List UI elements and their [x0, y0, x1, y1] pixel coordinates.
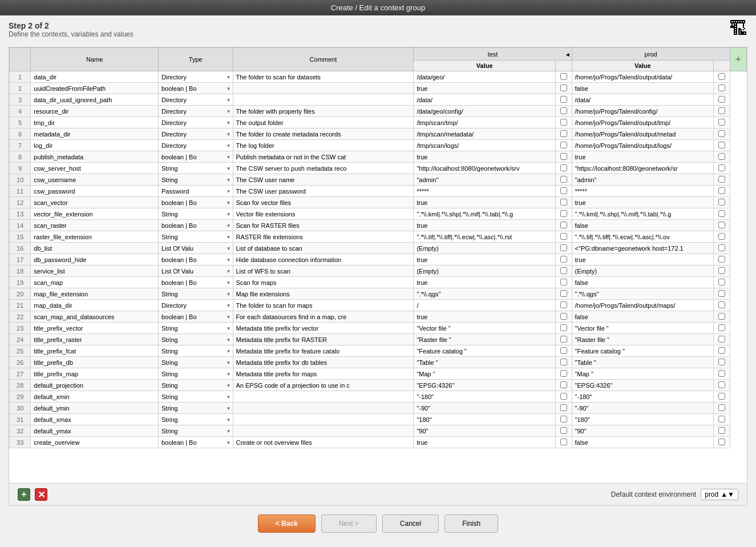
row-prod-check[interactable]	[714, 425, 730, 437]
row-name[interactable]: vector_file_extension	[31, 208, 159, 220]
row-test-value[interactable]: ".*\\.kml|.*\\.shp|.*\\.mif|.*\\.tab|.*\…	[414, 208, 556, 220]
row-prod-value[interactable]: false	[572, 311, 714, 323]
row-type[interactable]: boolean | Bo▼	[159, 277, 233, 288]
row-type[interactable]: Directory▼	[159, 106, 233, 117]
row-prod-value[interactable]: "Raster file "	[572, 334, 714, 345]
row-prod-check[interactable]	[714, 243, 730, 254]
row-name[interactable]: default_xmax	[31, 414, 159, 425]
row-name[interactable]: scan_raster	[31, 220, 159, 231]
row-name[interactable]: db_list	[31, 243, 159, 254]
row-test-check[interactable]	[555, 231, 572, 243]
row-test-value[interactable]: /tmp/scan/metadata/	[414, 128, 556, 140]
row-prod-value[interactable]: (Empty)	[572, 266, 714, 277]
row-type[interactable]: String▼	[159, 163, 233, 174]
row-type[interactable]: String▼	[159, 174, 233, 186]
row-test-value[interactable]: "90"	[414, 425, 556, 437]
row-prod-check[interactable]	[714, 357, 730, 368]
row-prod-value[interactable]: false	[572, 220, 714, 231]
row-test-check[interactable]	[555, 174, 572, 186]
row-name[interactable]: default_ymax	[31, 425, 159, 437]
row-type[interactable]: boolean | Bo▼	[159, 311, 233, 323]
row-name[interactable]: title_prefix_map	[31, 368, 159, 380]
row-prod-check[interactable]	[714, 391, 730, 403]
row-test-value[interactable]: "Feature catalog "	[414, 345, 556, 357]
row-test-value[interactable]: true	[414, 197, 556, 208]
row-prod-value[interactable]: /home/jo/Progs/Talend/config/	[572, 106, 714, 117]
row-prod-value[interactable]: /home/jo/Progs/Talend/output/metad	[572, 128, 714, 140]
row-prod-value[interactable]: true	[572, 151, 714, 163]
row-test-check[interactable]	[555, 266, 572, 277]
row-prod-check[interactable]	[714, 83, 730, 94]
row-name[interactable]: csw_username	[31, 174, 159, 186]
row-prod-value[interactable]: ".*\\.kml|.*\\.shp|.*\\.mif|.*\\.tab|.*\…	[572, 208, 714, 220]
row-name[interactable]: default_xmin	[31, 391, 159, 403]
row-prod-check[interactable]	[714, 186, 730, 197]
row-prod-value[interactable]: "-180"	[572, 391, 714, 403]
test-env-left-arrow[interactable]: ◄	[565, 51, 571, 57]
table-wrapper[interactable]: Name Type Comment test ◄ prod + Valu	[9, 47, 747, 483]
row-type[interactable]: String▼	[159, 345, 233, 357]
row-prod-check[interactable]	[714, 197, 730, 208]
row-name[interactable]: scan_map_and_datasources	[31, 311, 159, 323]
row-name[interactable]: uuidCreatedFromFilePath	[31, 83, 159, 94]
row-test-value[interactable]: (Empty)	[414, 266, 556, 277]
row-test-value[interactable]: /tmp/scan/tmp/	[414, 117, 556, 128]
row-name[interactable]: csw_password	[31, 186, 159, 197]
row-prod-check[interactable]	[714, 208, 730, 220]
row-type[interactable]: boolean | Bo▼	[159, 437, 233, 448]
row-test-value[interactable]: "-180"	[414, 391, 556, 403]
row-test-check[interactable]	[555, 425, 572, 437]
row-test-check[interactable]	[555, 186, 572, 197]
row-prod-value[interactable]: "Feature catalog "	[572, 345, 714, 357]
row-name[interactable]: csw_server_host	[31, 163, 159, 174]
row-prod-value[interactable]: true	[572, 197, 714, 208]
row-prod-check[interactable]	[714, 71, 730, 83]
row-name[interactable]: map_data_dir	[31, 300, 159, 311]
row-prod-check[interactable]	[714, 277, 730, 288]
row-prod-value[interactable]: /home/jo/Progs/Talend/output/maps/	[572, 300, 714, 311]
row-test-value[interactable]: "Vector file "	[414, 323, 556, 334]
row-test-value[interactable]: true	[414, 83, 556, 94]
row-prod-value[interactable]: "90"	[572, 425, 714, 437]
row-test-value[interactable]: /data/geo/	[414, 71, 556, 83]
row-type[interactable]: String▼	[159, 368, 233, 380]
row-prod-check[interactable]	[714, 163, 730, 174]
row-test-value[interactable]: "180"	[414, 414, 556, 425]
row-prod-check[interactable]	[714, 345, 730, 357]
row-type[interactable]: Directory▼	[159, 128, 233, 140]
row-prod-check[interactable]	[714, 140, 730, 151]
row-test-check[interactable]	[555, 323, 572, 334]
row-test-check[interactable]	[555, 334, 572, 345]
row-test-value[interactable]: *****	[414, 186, 556, 197]
row-test-check[interactable]	[555, 83, 572, 94]
row-test-check[interactable]	[555, 345, 572, 357]
row-test-value[interactable]: (Empty)	[414, 243, 556, 254]
row-prod-value[interactable]: ".*\\.tif|.*\\.tiff|.*\\.ecw|.*\\.asc|.*…	[572, 231, 714, 243]
row-type[interactable]: String▼	[159, 403, 233, 414]
row-test-check[interactable]	[555, 391, 572, 403]
row-test-value[interactable]: ".*\\.qgs"	[414, 288, 556, 300]
row-prod-check[interactable]	[714, 106, 730, 117]
row-name[interactable]: data_dir_uuid_ignored_path	[31, 94, 159, 106]
row-test-check[interactable]	[555, 94, 572, 106]
row-test-value[interactable]: /data/	[414, 94, 556, 106]
row-type[interactable]: boolean | Bo▼	[159, 220, 233, 231]
row-test-value[interactable]: "Map "	[414, 368, 556, 380]
row-prod-check[interactable]	[714, 437, 730, 448]
row-prod-value[interactable]: /home/jo/Progs/Talend/output/tmp/	[572, 117, 714, 128]
row-test-value[interactable]: /tmp/scan/logs/	[414, 140, 556, 151]
row-test-check[interactable]	[555, 208, 572, 220]
row-test-value[interactable]: true	[414, 220, 556, 231]
row-prod-value[interactable]: *****	[572, 186, 714, 197]
row-name[interactable]: title_prefix_vector	[31, 323, 159, 334]
row-test-value[interactable]: "-90"	[414, 403, 556, 414]
row-name[interactable]: default_ymin	[31, 403, 159, 414]
row-prod-value[interactable]: false	[572, 83, 714, 94]
row-test-check[interactable]	[555, 380, 572, 391]
row-prod-check[interactable]	[714, 94, 730, 106]
row-prod-value[interactable]: false	[572, 437, 714, 448]
row-test-value[interactable]: "Table "	[414, 357, 556, 368]
row-type[interactable]: String▼	[159, 391, 233, 403]
row-name[interactable]: title_prefix_fcat	[31, 345, 159, 357]
row-name[interactable]: resource_dir	[31, 106, 159, 117]
